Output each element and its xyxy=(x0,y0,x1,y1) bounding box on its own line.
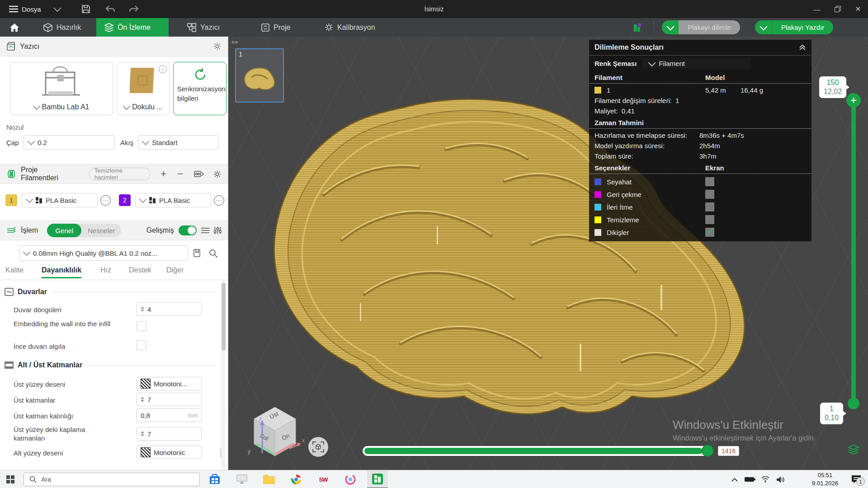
plate-thumbnail[interactable]: 1 xyxy=(235,48,284,103)
filament-2-select[interactable]: PLA Basic xyxy=(135,193,211,207)
tab-project[interactable]: Proje xyxy=(253,18,298,37)
filament-length: 5,42 m xyxy=(705,86,741,94)
tray-wifi-icon[interactable] xyxy=(758,470,773,488)
minimize-button[interactable]: — xyxy=(807,0,827,18)
move-value-badge[interactable]: 1416 xyxy=(718,446,739,456)
notification-center-icon[interactable]: 1 xyxy=(847,470,865,488)
store-app-icon[interactable] xyxy=(204,470,225,488)
filament-1-swatch[interactable]: 1 xyxy=(5,194,17,206)
flush-volumes-button[interactable]: Temizleme hacimleri xyxy=(89,168,151,180)
tab-device[interactable]: Yazıcı xyxy=(179,18,228,37)
chrome-icon[interactable] xyxy=(286,470,307,488)
walls-section-header[interactable]: Duvarlar xyxy=(5,288,216,296)
top-layers-input[interactable]: 7 xyxy=(137,393,202,406)
layer-slider-top-handle[interactable]: + xyxy=(846,93,861,108)
slice-dropdown-button[interactable] xyxy=(662,20,679,34)
bambu-studio-taskbar-icon[interactable] xyxy=(367,470,388,488)
color-scheme-select[interactable]: Filament xyxy=(643,58,750,69)
process-scope-segment[interactable]: Genel Nesneler xyxy=(47,224,121,237)
info-icon[interactable]: i xyxy=(159,65,167,73)
spinner-arrows[interactable] xyxy=(141,397,144,402)
solidworks-icon[interactable]: SW xyxy=(313,470,334,488)
close-button[interactable]: ✕ xyxy=(848,0,868,18)
tab-others[interactable]: Diğer xyxy=(166,266,184,274)
wall-loops-input[interactable]: 4 xyxy=(137,302,202,316)
file-menu[interactable]: Dosya xyxy=(5,0,65,18)
restore-button[interactable] xyxy=(828,0,848,18)
reset-view-button[interactable] xyxy=(308,437,328,457)
move-slider-track[interactable] xyxy=(363,446,713,456)
tab-support[interactable]: Destek xyxy=(129,266,151,274)
filament-settings-gear-icon[interactable] xyxy=(213,170,222,178)
print-plate-button[interactable]: Plakayı Yazdır xyxy=(772,20,833,34)
wipe-checkbox[interactable] xyxy=(705,215,714,224)
spinner-arrows[interactable] xyxy=(141,431,144,436)
sync-info-card[interactable]: Senkronizasyon bilgileri xyxy=(173,62,226,115)
layers-view-icon[interactable] xyxy=(848,444,859,455)
slice-plate-button[interactable]: Plakayı dilimle xyxy=(679,20,740,34)
top-pattern-select[interactable]: Monotoni... xyxy=(137,377,202,390)
printer-card[interactable]: Bambu Lab A1 xyxy=(10,62,113,115)
tray-battery-icon[interactable] xyxy=(742,470,758,488)
preset-save-icon[interactable] xyxy=(193,249,203,258)
panel-collapse-handle[interactable]: «» xyxy=(231,38,238,45)
unretract-checkbox[interactable] xyxy=(705,202,714,211)
undo-button[interactable] xyxy=(100,0,120,18)
flow-select[interactable]: Standart xyxy=(138,135,218,150)
home-tab[interactable] xyxy=(2,18,27,37)
tab-prepare[interactable]: Hazırlık xyxy=(35,18,89,37)
taskbar-clock[interactable]: 05:51 9.01.2026 xyxy=(800,471,850,488)
tab-calibration[interactable]: Kalibrasyon xyxy=(316,18,383,37)
ams-sync-icon[interactable] xyxy=(194,170,204,178)
top-bottom-section-header[interactable]: Alt / Üst Katmanlar xyxy=(5,361,216,369)
tray-volume-icon[interactable] xyxy=(773,470,788,488)
tune-sliders-icon[interactable] xyxy=(214,227,222,234)
top-shell-input[interactable]: 7 xyxy=(137,427,202,441)
collapse-panel-icon[interactable] xyxy=(799,44,806,51)
bottom-pattern-select[interactable]: Monotonic xyxy=(137,446,202,459)
taskbar-search-box[interactable]: Ara xyxy=(24,473,200,486)
move-slider-handle[interactable] xyxy=(702,445,714,457)
tab-strength[interactable]: Dayanıklılık xyxy=(42,266,81,278)
layer-slider-track[interactable] xyxy=(851,104,856,404)
pink-app-icon[interactable] xyxy=(340,470,361,488)
tab-speed[interactable]: Hız xyxy=(100,266,111,274)
printer-settings-gear-icon[interactable] xyxy=(213,42,222,51)
advanced-toggle[interactable] xyxy=(179,225,197,235)
segment-objects[interactable]: Nesneler xyxy=(81,227,121,235)
thin-wall-checkbox[interactable] xyxy=(137,340,146,350)
tray-chevron-up-icon[interactable] xyxy=(727,470,742,488)
navigation-cube[interactable]: Üst Sol Ön z x y xyxy=(246,401,305,458)
filament-2-swatch[interactable]: 2 xyxy=(119,194,131,206)
filament-2-edit-button[interactable]: ··· xyxy=(214,195,224,206)
segment-global[interactable]: Genel xyxy=(47,224,81,237)
viewport-3d[interactable]: «» xyxy=(229,37,868,470)
filament-1-select[interactable]: PLA Basic xyxy=(22,193,98,207)
print-dropdown-button[interactable] xyxy=(755,20,772,34)
add-filament-button[interactable]: + xyxy=(160,168,166,180)
start-button[interactable] xyxy=(0,470,21,488)
layer-slider-bottom-handle[interactable] xyxy=(848,398,859,409)
top-thickness-input[interactable]: 0,8 mm xyxy=(137,408,202,422)
tab-preview[interactable]: Ön İzleme xyxy=(96,18,169,37)
plate-type-card[interactable]: i Dokulu ... xyxy=(117,62,170,115)
embed-wall-checkbox[interactable] xyxy=(137,321,146,331)
file-explorer-icon[interactable] xyxy=(259,470,279,488)
seams-color-swatch xyxy=(594,229,601,236)
redo-button[interactable] xyxy=(124,0,144,18)
preset-list-icon[interactable] xyxy=(201,227,209,234)
tab-quality[interactable]: Kalite xyxy=(5,266,24,274)
spinner-arrows[interactable] xyxy=(141,306,144,312)
filament-1-edit-button[interactable]: ··· xyxy=(100,195,111,206)
diameter-select[interactable]: 0.2 xyxy=(24,135,115,150)
save-button[interactable] xyxy=(76,0,96,18)
remove-filament-button[interactable]: − xyxy=(177,168,183,180)
top-pattern-value: Monotoni... xyxy=(154,380,187,388)
process-preset-select[interactable]: 0.08mm High Quality @BBL A1 0.2 noz... xyxy=(19,245,188,261)
system-app-icon[interactable] xyxy=(231,470,252,488)
retract-checkbox[interactable] xyxy=(705,190,714,199)
travel-checkbox[interactable] xyxy=(705,177,714,186)
settings-scroll-thumb[interactable] xyxy=(222,283,226,351)
preset-search-icon[interactable] xyxy=(209,249,218,258)
seams-checkbox[interactable] xyxy=(705,228,714,237)
